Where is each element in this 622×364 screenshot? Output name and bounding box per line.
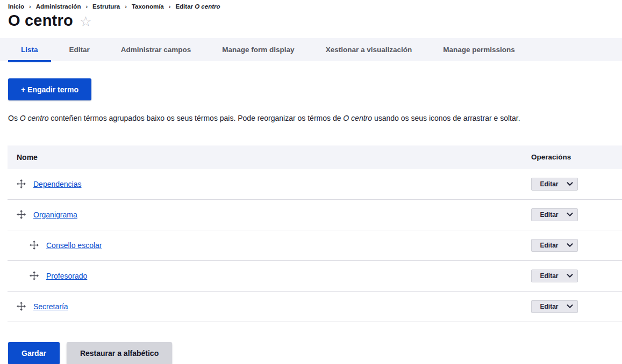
edit-dropdown-button[interactable]: Editar (531, 300, 578, 313)
column-header-operacions: Operacións (531, 153, 622, 161)
edit-dropdown-button[interactable]: Editar (531, 178, 578, 191)
operations-cell: Editar (531, 239, 622, 252)
breadcrumb-item-inicio[interactable]: Inicio (8, 3, 24, 10)
edit-dropdown-label: Editar (532, 211, 567, 219)
edit-dropdown-button[interactable]: Editar (531, 270, 578, 282)
page-title: O centro (8, 12, 73, 30)
operations-cell: Editar (531, 270, 622, 282)
tab-manage-form-display[interactable]: Manage form display (209, 38, 307, 61)
term-link[interactable]: Profesorado (46, 272, 87, 280)
term-link[interactable]: Secretaría (33, 302, 68, 311)
edit-dropdown-button[interactable]: Editar (531, 208, 578, 221)
drag-handle-icon[interactable] (17, 179, 26, 188)
chevron-down-icon (567, 243, 573, 247)
reset-alphabetical-button[interactable]: Restaurar a alfabético (67, 342, 172, 364)
edit-dropdown-label: Editar (532, 180, 567, 188)
breadcrumb-separator: › (85, 3, 88, 10)
tab-administrar-campos[interactable]: Administrar campos (108, 38, 204, 61)
edit-dropdown-label: Editar (532, 242, 567, 249)
table-row: Organigrama Editar (8, 200, 622, 230)
chevron-down-icon (567, 213, 573, 217)
breadcrumb-item-taxonomia[interactable]: Taxonomía (132, 3, 164, 10)
tab-manage-permissions[interactable]: Manage permissions (430, 38, 528, 61)
breadcrumb-separator: › (29, 3, 31, 10)
operations-cell: Editar (531, 300, 622, 313)
tabs: Lista Editar Administrar campos Manage f… (0, 38, 622, 61)
footer-actions: Gardar Restaurar a alfabético (8, 342, 622, 364)
edit-dropdown-label: Editar (532, 272, 567, 280)
term-link[interactable]: Dependencias (33, 180, 82, 188)
favorite-star-icon[interactable]: ☆ (80, 14, 92, 28)
edit-dropdown-label: Editar (532, 303, 567, 310)
operations-cell: Editar (531, 208, 622, 221)
breadcrumb-separator: › (125, 3, 127, 10)
drag-handle-icon[interactable] (30, 241, 39, 250)
breadcrumb-item-administracion[interactable]: Administración (36, 3, 81, 10)
breadcrumb: Inicio › Administración › Estrutura › Ta… (0, 0, 622, 10)
drag-handle-icon[interactable] (17, 210, 26, 219)
term-link[interactable]: Consello escolar (46, 241, 102, 250)
edit-dropdown-button[interactable]: Editar (531, 239, 578, 252)
chevron-down-icon (567, 182, 573, 186)
table-row: Secretaría Editar (8, 292, 622, 322)
drag-handle-icon[interactable] (30, 271, 39, 280)
table-row: Profesorado Editar (8, 261, 622, 292)
operations-cell: Editar (531, 178, 622, 191)
tab-xestionar-visualizacion[interactable]: Xestionar a visualización (313, 38, 425, 61)
title-row: O centro ☆ (0, 12, 622, 30)
table-header-row: Nome Operacións (8, 145, 622, 169)
breadcrumb-separator: › (169, 3, 171, 10)
breadcrumb-item-estrutura[interactable]: Estrutura (92, 3, 120, 10)
tab-lista[interactable]: Lista (8, 38, 51, 61)
chevron-down-icon (567, 304, 573, 309)
breadcrumb-current: Editar O centro (175, 3, 220, 10)
tab-editar[interactable]: Editar (56, 38, 103, 61)
drag-handle-icon[interactable] (17, 302, 26, 311)
chevron-down-icon (567, 274, 573, 278)
terms-table: Nome Operacións Dependencias Editar (8, 145, 622, 322)
term-link[interactable]: Organigrama (33, 210, 77, 219)
save-button[interactable]: Gardar (8, 342, 60, 364)
add-term-button[interactable]: + Engadir termo (8, 78, 91, 100)
table-row: Dependencias Editar (8, 169, 622, 200)
table-row: Consello escolar Editar (8, 230, 622, 261)
description-text: Os O centro conteñen térmos agrupados ba… (8, 113, 622, 124)
column-header-nome: Nome (8, 153, 531, 162)
